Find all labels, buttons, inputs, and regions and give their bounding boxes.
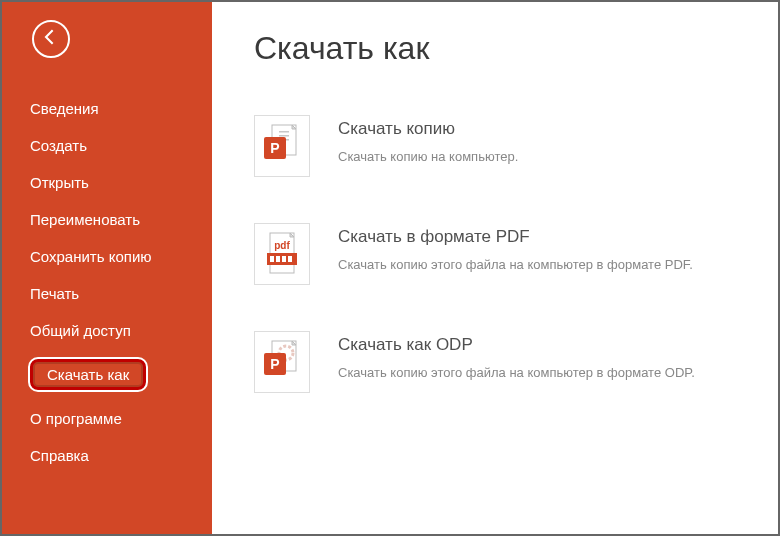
- sidebar-item-label: Сохранить копию: [30, 248, 152, 265]
- option-desc: Скачать копию этого файла на компьютер в…: [338, 257, 693, 272]
- sidebar-item-help[interactable]: Справка: [2, 437, 212, 474]
- option-desc: Скачать копию на компьютер.: [338, 149, 518, 164]
- sidebar-item-label: О программе: [30, 410, 122, 427]
- sidebar-item-label: Сведения: [30, 100, 99, 117]
- sidebar-item-open[interactable]: Открыть: [2, 164, 212, 201]
- backstage-view: Сведения Создать Открыть Переименовать С…: [0, 0, 780, 536]
- sidebar-item-save-copy[interactable]: Сохранить копию: [2, 238, 212, 275]
- svg-rect-9: [270, 256, 274, 262]
- download-copy-option[interactable]: P Скачать копию Скачать копию на компьют…: [254, 101, 736, 209]
- svg-rect-1: [279, 131, 289, 133]
- sidebar-item-label: Справка: [30, 447, 89, 464]
- sidebar-item-label: Переименовать: [30, 211, 140, 228]
- option-title: Скачать в формате PDF: [338, 227, 693, 247]
- pdf-icon: pdf: [254, 223, 310, 285]
- sidebar-item-label: Создать: [30, 137, 87, 154]
- sidebar-item-label: Печать: [30, 285, 79, 302]
- option-text: Скачать в формате PDF Скачать копию этог…: [338, 223, 693, 272]
- content-pane: Скачать как P Скачать копию Скачать копи…: [212, 2, 778, 453]
- sidebar-item-rename[interactable]: Переименовать: [2, 201, 212, 238]
- sidebar-item-share[interactable]: Общий доступ: [2, 312, 212, 349]
- powerpoint-copy-icon: P: [254, 115, 310, 177]
- svg-rect-10: [276, 256, 280, 262]
- odp-icon: P: [254, 331, 310, 393]
- download-pdf-option[interactable]: pdf Скачать в формате PDF Скачать копию …: [254, 209, 736, 317]
- svg-rect-11: [282, 256, 286, 262]
- sidebar-item-download-as[interactable]: Скачать как: [2, 349, 212, 400]
- sidebar-item-new[interactable]: Создать: [2, 127, 212, 164]
- back-arrow-icon: [41, 27, 61, 51]
- option-title: Скачать как ODP: [338, 335, 695, 355]
- svg-rect-12: [288, 256, 292, 262]
- option-text: Скачать копию Скачать копию на компьютер…: [338, 115, 518, 164]
- sidebar-item-label: Общий доступ: [30, 322, 131, 339]
- sidebar-item-info[interactable]: Сведения: [2, 90, 212, 127]
- svg-rect-2: [279, 135, 289, 137]
- sidebar-item-print[interactable]: Печать: [2, 275, 212, 312]
- option-title: Скачать копию: [338, 119, 518, 139]
- option-text: Скачать как ODP Скачать копию этого файл…: [338, 331, 695, 380]
- sidebar: Сведения Создать Открыть Переименовать С…: [2, 2, 212, 534]
- svg-text:P: P: [270, 140, 279, 156]
- sidebar-item-label: Открыть: [30, 174, 89, 191]
- option-desc: Скачать копию этого файла на компьютер в…: [338, 365, 695, 380]
- page-title: Скачать как: [254, 30, 736, 67]
- sidebar-menu: Сведения Создать Открыть Переименовать С…: [2, 90, 212, 474]
- sidebar-item-about[interactable]: О программе: [2, 400, 212, 437]
- svg-text:pdf: pdf: [274, 240, 290, 251]
- back-button[interactable]: [32, 20, 70, 58]
- sidebar-item-label: Скачать как: [47, 366, 129, 383]
- svg-text:P: P: [270, 356, 279, 372]
- download-odp-option[interactable]: P Скачать как ODP Скачать копию этого фа…: [254, 317, 736, 425]
